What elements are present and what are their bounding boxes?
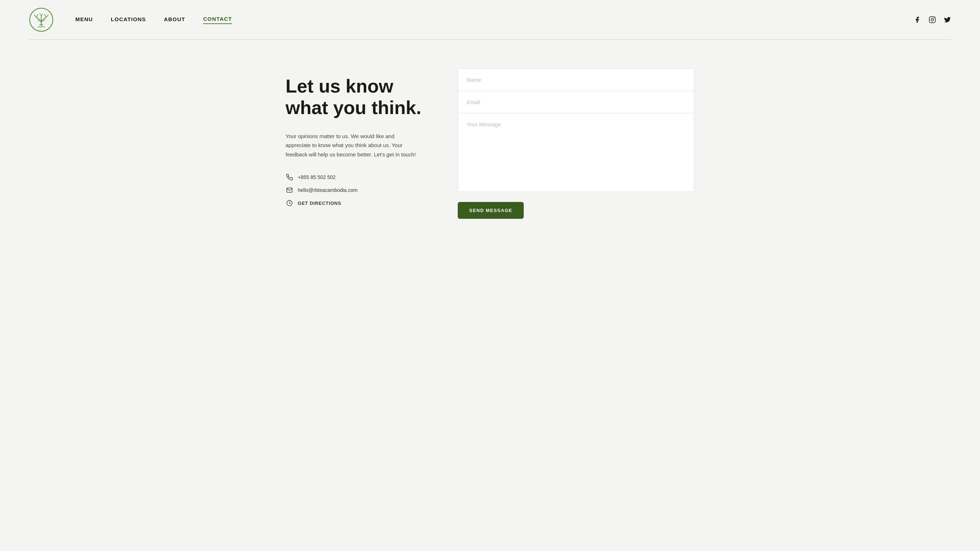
logo[interactable] [29,7,54,32]
svg-line-6 [34,15,36,17]
svg-line-7 [36,14,38,17]
left-section: Let us know what you think. Your opinion… [286,68,436,219]
svg-rect-15 [929,17,935,23]
social-icons [913,16,951,24]
svg-line-12 [41,14,43,16]
email-input[interactable] [458,91,694,113]
twitter-icon[interactable] [943,16,951,24]
email-icon [286,186,293,194]
svg-line-9 [44,14,46,17]
svg-line-5 [41,20,45,22]
svg-line-8 [46,15,48,17]
directions-icon [286,199,293,207]
facebook-icon[interactable] [913,16,921,24]
header: MENU LOCATIONS ABOUT CONTACT [0,0,980,40]
svg-line-4 [38,20,41,22]
svg-point-17 [934,18,934,19]
svg-line-11 [40,14,41,16]
instagram-icon[interactable] [928,16,936,24]
directions-item[interactable]: GET DIRECTIONS [286,199,436,207]
main-content: Let us know what you think. Your opinion… [257,40,723,240]
directions-label: GET DIRECTIONS [298,201,341,206]
email-item[interactable]: hello@rbteacambodia.com [286,186,436,194]
headline-line1: Let us know [286,76,393,97]
nav-locations[interactable]: LOCATIONS [111,16,146,24]
name-input[interactable] [458,68,694,91]
email-address: hello@rbteacambodia.com [298,187,358,193]
description: Your opinions matter to us. We would lik… [286,132,418,159]
phone-number: +855 85 502 502 [298,174,336,180]
contact-form: SEND MESSAGE [458,68,694,219]
nav-contact[interactable]: CONTACT [203,16,232,24]
message-input[interactable] [458,113,694,192]
nav-menu[interactable]: MENU [75,16,93,24]
send-button[interactable]: SEND MESSAGE [458,202,524,219]
contact-info: +855 85 502 502 hello@rbteacambodia.com [286,173,436,207]
phone-item[interactable]: +855 85 502 502 [286,173,436,181]
headline: Let us know what you think. [286,76,436,119]
nav-about[interactable]: ABOUT [164,16,185,24]
header-left: MENU LOCATIONS ABOUT CONTACT [29,7,232,32]
headline-line2: what you think. [286,97,421,118]
nav: MENU LOCATIONS ABOUT CONTACT [75,16,232,24]
phone-icon [286,173,293,181]
svg-point-16 [931,19,934,21]
